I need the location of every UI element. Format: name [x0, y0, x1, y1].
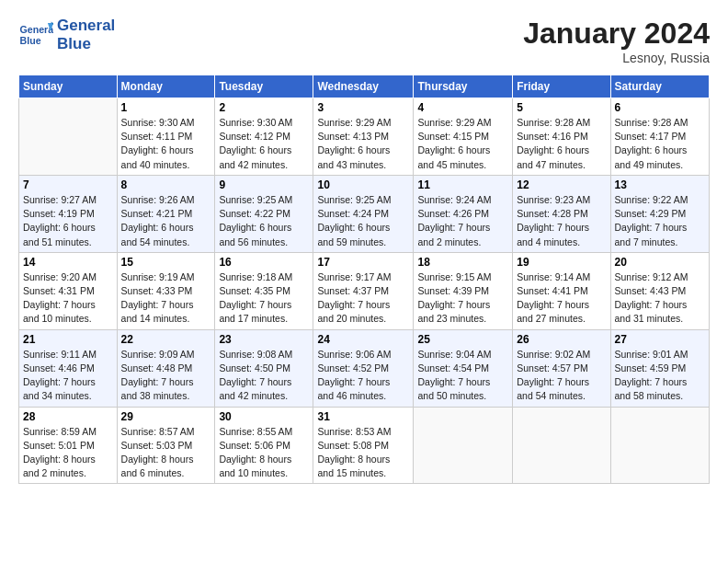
table-row [513, 407, 610, 484]
table-row: 28Sunrise: 8:59 AMSunset: 5:01 PMDayligh… [19, 407, 118, 484]
day-number: 25 [417, 333, 508, 346]
header: General Blue General Blue January 2024 L… [18, 17, 710, 65]
day-info: Sunrise: 9:04 AMSunset: 4:54 PMDaylight:… [417, 348, 508, 404]
day-number: 8 [121, 178, 211, 191]
day-number: 24 [317, 333, 409, 346]
day-number: 10 [317, 178, 409, 191]
day-info: Sunrise: 9:08 AMSunset: 4:50 PMDaylight:… [219, 348, 309, 404]
day-info: Sunrise: 9:29 AMSunset: 4:15 PMDaylight:… [417, 116, 508, 172]
table-row: 20Sunrise: 9:12 AMSunset: 4:43 PMDayligh… [610, 252, 709, 329]
day-info: Sunrise: 9:30 AMSunset: 4:12 PMDaylight:… [219, 116, 309, 172]
day-info: Sunrise: 9:29 AMSunset: 4:13 PMDaylight:… [317, 116, 409, 172]
svg-text:General: General [20, 23, 53, 34]
col-friday: Friday [513, 75, 610, 98]
day-info: Sunrise: 9:23 AMSunset: 4:28 PMDaylight:… [517, 193, 606, 249]
day-info: Sunrise: 9:26 AMSunset: 4:21 PMDaylight:… [121, 193, 211, 249]
col-tuesday: Tuesday [215, 75, 313, 98]
day-number: 15 [121, 256, 211, 269]
day-info: Sunrise: 9:28 AMSunset: 4:17 PMDaylight:… [615, 116, 705, 172]
calendar: Sunday Monday Tuesday Wednesday Thursday… [18, 75, 710, 484]
table-row: 29Sunrise: 8:57 AMSunset: 5:03 PMDayligh… [117, 407, 215, 484]
day-number: 17 [317, 256, 409, 269]
table-row: 27Sunrise: 9:01 AMSunset: 4:59 PMDayligh… [610, 329, 709, 407]
day-info: Sunrise: 9:18 AMSunset: 4:35 PMDaylight:… [219, 270, 309, 327]
table-row: 30Sunrise: 8:55 AMSunset: 5:06 PMDayligh… [215, 407, 313, 484]
day-info: Sunrise: 9:20 AMSunset: 4:31 PMDaylight:… [23, 270, 113, 327]
day-number: 31 [317, 410, 409, 423]
day-number: 29 [121, 410, 211, 423]
day-number: 11 [417, 178, 508, 191]
logo-icon: General Blue [18, 17, 53, 52]
day-info: Sunrise: 9:14 AMSunset: 4:41 PMDaylight:… [517, 270, 606, 327]
page: General Blue General Blue January 2024 L… [0, 0, 728, 493]
day-info: Sunrise: 9:25 AMSunset: 4:22 PMDaylight:… [219, 193, 309, 249]
table-row: 11Sunrise: 9:24 AMSunset: 4:26 PMDayligh… [414, 175, 513, 252]
col-saturday: Saturday [610, 75, 709, 98]
table-row: 5Sunrise: 9:28 AMSunset: 4:16 PMDaylight… [513, 98, 610, 176]
day-info: Sunrise: 9:01 AMSunset: 4:59 PMDaylight:… [615, 348, 705, 404]
calendar-header-row: Sunday Monday Tuesday Wednesday Thursday… [19, 75, 710, 98]
svg-text:Blue: Blue [20, 34, 41, 45]
table-row: 22Sunrise: 9:09 AMSunset: 4:48 PMDayligh… [117, 329, 215, 407]
table-row: 18Sunrise: 9:15 AMSunset: 4:39 PMDayligh… [414, 252, 513, 329]
table-row: 13Sunrise: 9:22 AMSunset: 4:29 PMDayligh… [610, 175, 709, 252]
day-info: Sunrise: 9:09 AMSunset: 4:48 PMDaylight:… [121, 348, 211, 404]
day-info: Sunrise: 8:57 AMSunset: 5:03 PMDaylight:… [121, 425, 211, 481]
day-info: Sunrise: 9:06 AMSunset: 4:52 PMDaylight:… [317, 348, 409, 404]
day-number: 30 [219, 410, 309, 423]
table-row: 7Sunrise: 9:27 AMSunset: 4:19 PMDaylight… [19, 175, 118, 252]
table-row: 19Sunrise: 9:14 AMSunset: 4:41 PMDayligh… [513, 252, 610, 329]
day-number: 18 [417, 256, 508, 269]
calendar-week-row: 1Sunrise: 9:30 AMSunset: 4:11 PMDaylight… [19, 98, 710, 176]
day-info: Sunrise: 9:02 AMSunset: 4:57 PMDaylight:… [517, 348, 606, 404]
col-sunday: Sunday [19, 75, 118, 98]
logo-text: General Blue [57, 17, 115, 52]
day-info: Sunrise: 9:25 AMSunset: 4:24 PMDaylight:… [317, 193, 409, 249]
calendar-week-row: 28Sunrise: 8:59 AMSunset: 5:01 PMDayligh… [19, 407, 710, 484]
day-number: 3 [317, 101, 409, 114]
day-info: Sunrise: 9:19 AMSunset: 4:33 PMDaylight:… [121, 270, 211, 327]
table-row: 1Sunrise: 9:30 AMSunset: 4:11 PMDaylight… [117, 98, 215, 176]
table-row: 6Sunrise: 9:28 AMSunset: 4:17 PMDaylight… [610, 98, 709, 176]
location: Lesnoy, Russia [523, 51, 710, 65]
day-number: 5 [517, 101, 606, 114]
day-number: 13 [615, 178, 705, 191]
day-number: 19 [517, 256, 606, 269]
col-thursday: Thursday [414, 75, 513, 98]
title-block: January 2024 Lesnoy, Russia [523, 17, 710, 65]
day-info: Sunrise: 9:27 AMSunset: 4:19 PMDaylight:… [23, 193, 113, 249]
day-info: Sunrise: 9:12 AMSunset: 4:43 PMDaylight:… [615, 270, 705, 327]
table-row [414, 407, 513, 484]
day-info: Sunrise: 9:30 AMSunset: 4:11 PMDaylight:… [121, 116, 211, 172]
day-number: 2 [219, 101, 309, 114]
table-row: 15Sunrise: 9:19 AMSunset: 4:33 PMDayligh… [117, 252, 215, 329]
month-title: January 2024 [523, 17, 710, 51]
table-row: 25Sunrise: 9:04 AMSunset: 4:54 PMDayligh… [414, 329, 513, 407]
day-number: 27 [615, 333, 705, 346]
table-row: 23Sunrise: 9:08 AMSunset: 4:50 PMDayligh… [215, 329, 313, 407]
day-info: Sunrise: 9:11 AMSunset: 4:46 PMDaylight:… [23, 348, 113, 404]
table-row: 17Sunrise: 9:17 AMSunset: 4:37 PMDayligh… [313, 252, 414, 329]
day-number: 7 [23, 178, 113, 191]
day-info: Sunrise: 8:53 AMSunset: 5:08 PMDaylight:… [317, 425, 409, 481]
day-info: Sunrise: 9:15 AMSunset: 4:39 PMDaylight:… [417, 270, 508, 327]
calendar-week-row: 7Sunrise: 9:27 AMSunset: 4:19 PMDaylight… [19, 175, 710, 252]
day-info: Sunrise: 9:28 AMSunset: 4:16 PMDaylight:… [517, 116, 606, 172]
day-number: 12 [517, 178, 606, 191]
table-row [610, 407, 709, 484]
table-row: 3Sunrise: 9:29 AMSunset: 4:13 PMDaylight… [313, 98, 414, 176]
day-number: 28 [23, 410, 113, 423]
col-wednesday: Wednesday [313, 75, 414, 98]
table-row: 12Sunrise: 9:23 AMSunset: 4:28 PMDayligh… [513, 175, 610, 252]
day-number: 14 [23, 256, 113, 269]
day-number: 21 [23, 333, 113, 346]
table-row: 16Sunrise: 9:18 AMSunset: 4:35 PMDayligh… [215, 252, 313, 329]
day-number: 23 [219, 333, 309, 346]
table-row: 8Sunrise: 9:26 AMSunset: 4:21 PMDaylight… [117, 175, 215, 252]
day-number: 20 [615, 256, 705, 269]
day-number: 9 [219, 178, 309, 191]
calendar-week-row: 21Sunrise: 9:11 AMSunset: 4:46 PMDayligh… [19, 329, 710, 407]
table-row: 31Sunrise: 8:53 AMSunset: 5:08 PMDayligh… [313, 407, 414, 484]
day-info: Sunrise: 8:59 AMSunset: 5:01 PMDaylight:… [23, 425, 113, 481]
col-monday: Monday [117, 75, 215, 98]
